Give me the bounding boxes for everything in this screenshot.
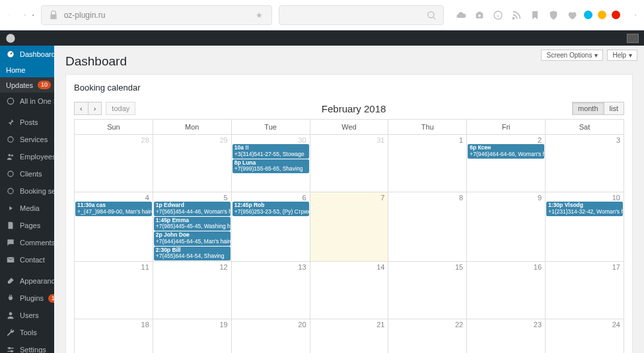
calendar-cell[interactable]: 29 bbox=[153, 135, 231, 192]
calendar-cell[interactable]: 101:30p Vlsodg+1(231)314-32-42, Woman's … bbox=[546, 192, 624, 262]
hamburger-icon[interactable] bbox=[635, 9, 636, 21]
sidebar-item-clients[interactable]: Clients bbox=[0, 165, 54, 182]
cloud-icon[interactable] bbox=[456, 10, 466, 20]
calendar-cell[interactable]: 22 bbox=[388, 319, 467, 353]
home-button[interactable] bbox=[32, 9, 34, 21]
calendar-cell[interactable]: 24 bbox=[546, 319, 624, 353]
sidebar-item-comments[interactable]: Comments bbox=[0, 234, 54, 251]
shield-icon[interactable] bbox=[548, 10, 559, 20]
next-button[interactable]: › bbox=[89, 102, 102, 115]
calendar-cell[interactable]: 51p Edward+7(565)454-44-46, Woman's hair… bbox=[153, 192, 231, 262]
calendar-event[interactable]: 12:45p Rob+7(956)253-23-53, (Ру) Стрижка bbox=[233, 202, 309, 216]
calendar-cell[interactable]: 15 bbox=[388, 262, 467, 319]
sidebar-item-appearance[interactable]: Appearance bbox=[0, 272, 54, 290]
today-button[interactable]: today bbox=[106, 102, 135, 115]
event-time-title: 8p Luna bbox=[234, 159, 256, 166]
camera-icon[interactable] bbox=[474, 10, 485, 20]
svg-point-3 bbox=[513, 17, 514, 19]
event-detail: +_(47_)984-89-00, Man's haircut bbox=[77, 209, 150, 216]
circle-o-icon bbox=[6, 169, 15, 178]
calendar-cell[interactable]: 31 bbox=[310, 135, 388, 192]
svg-point-4 bbox=[6, 34, 15, 42]
sidebar-item-label: Comments bbox=[20, 239, 55, 247]
sidebar-item-seo[interactable]: All in One SEO bbox=[0, 93, 54, 110]
event-time-title: 10a !! bbox=[234, 144, 249, 151]
sidebar-item-updates[interactable]: Updates10 bbox=[0, 77, 54, 93]
calendar-cell[interactable]: 1 bbox=[388, 135, 467, 192]
calendar-event[interactable]: 1:30p Vlsodg+1(231)314-32-42, Woman's ha… bbox=[546, 202, 623, 216]
calendar-cell[interactable]: 26p Ксен+7(946)464-64-66, Woman's haircu… bbox=[467, 135, 546, 192]
svg-point-13 bbox=[9, 348, 10, 349]
info-icon[interactable] bbox=[493, 10, 503, 20]
star-icon[interactable]: ★ bbox=[254, 10, 265, 20]
calendar-event[interactable]: 1p Edward+7(565)454-44-46, Woman's hairc… bbox=[154, 202, 231, 216]
sidebar-item-booking-settings[interactable]: Booking settings bbox=[0, 182, 54, 200]
forward-button[interactable] bbox=[16, 9, 17, 21]
calendar-event[interactable]: 2:30p Bill+7(455)644-54-54, Shaving bbox=[154, 247, 231, 261]
screen-options-button[interactable]: Screen Options ▾ bbox=[541, 50, 603, 61]
view-month-button[interactable]: month bbox=[572, 102, 604, 115]
day-number: 23 bbox=[534, 321, 542, 329]
url-bar[interactable]: oz-plugin.ru ★ bbox=[41, 5, 272, 25]
calendar-cell[interactable]: 13 bbox=[231, 262, 310, 319]
reload-button[interactable] bbox=[24, 9, 26, 21]
sidebar-item-tools[interactable]: Tools bbox=[0, 324, 54, 341]
sidebar-item-label: Appearance bbox=[20, 277, 59, 285]
sidebar-item-services[interactable]: Services bbox=[0, 131, 54, 148]
day-header: Thu bbox=[388, 120, 467, 135]
calendar-cell[interactable]: 3 bbox=[546, 135, 624, 192]
dot-yellow bbox=[598, 11, 606, 19]
event-detail: +7(999)155-65-65, Shaving bbox=[234, 166, 307, 173]
rss-icon[interactable] bbox=[511, 10, 522, 20]
calendar-cell[interactable]: 28 bbox=[75, 135, 153, 192]
help-button[interactable]: Help ▾ bbox=[607, 50, 637, 61]
calendar-cell[interactable]: 14 bbox=[310, 262, 388, 319]
calendar-event[interactable]: 1:45p Emma+7(985)445-45-45, Washing head bbox=[154, 217, 231, 231]
calendar-event[interactable]: 6p Ксен+7(946)464-64-66, Woman's haircut bbox=[468, 144, 544, 159]
calendar-cell[interactable]: 12 bbox=[153, 262, 231, 319]
bookmark-icon[interactable] bbox=[530, 10, 540, 20]
calendar-cell[interactable]: 7 bbox=[310, 192, 388, 262]
calendar-cell[interactable]: 11 bbox=[75, 262, 153, 319]
calendar-event[interactable]: 10a !!+3(314)541-27-55, Stowage bbox=[233, 144, 309, 159]
calendar-cell[interactable]: 612:45p Rob+7(956)253-23-53, (Ру) Стрижк… bbox=[231, 192, 310, 262]
sidebar-item-contact[interactable]: Contact bbox=[0, 251, 54, 268]
calendar-cell[interactable]: 16 bbox=[467, 262, 546, 319]
sidebar-item-posts[interactable]: Posts bbox=[0, 114, 54, 131]
day-number: 18 bbox=[141, 321, 149, 329]
calendar-cell[interactable]: 17 bbox=[546, 262, 624, 319]
calendar-cell[interactable]: 23 bbox=[467, 319, 546, 353]
calendar-cell[interactable]: 18 bbox=[75, 319, 153, 353]
sidebar-item-dashboard[interactable]: Dashboard bbox=[0, 46, 54, 63]
sidebar-item-settings[interactable]: Settings bbox=[0, 341, 54, 353]
admin-bar bbox=[0, 30, 644, 46]
event-time-title: 1:45p Emma bbox=[156, 217, 189, 223]
back-button[interactable] bbox=[8, 9, 9, 21]
calendar-cell[interactable]: 411:30a cas+_(47_)984-89-00, Man's hairc… bbox=[75, 192, 153, 262]
calendar-event[interactable]: 8p Luna+7(999)155-65-65, Shaving bbox=[233, 159, 309, 174]
calendar-toolbar: ‹ › today February 2018 month list bbox=[74, 102, 624, 115]
prev-button[interactable]: ‹ bbox=[74, 102, 89, 115]
day-number: 12 bbox=[219, 263, 227, 271]
sidebar-item-users[interactable]: Users bbox=[0, 307, 54, 324]
sidebar-item-employees[interactable]: Employees bbox=[0, 148, 54, 165]
view-list-button[interactable]: list bbox=[604, 102, 624, 115]
day-number: 15 bbox=[455, 263, 463, 271]
sidebar-item-pages[interactable]: Pages bbox=[0, 217, 54, 234]
calendar-cell[interactable]: 8 bbox=[388, 192, 467, 262]
search-bar[interactable] bbox=[279, 5, 444, 25]
calendar-cell[interactable]: 21 bbox=[310, 319, 388, 353]
calendar-cell[interactable]: 9 bbox=[467, 192, 546, 262]
sidebar-item-home[interactable]: Home bbox=[0, 63, 54, 77]
sidebar-item-plugins[interactable]: Plugins10 bbox=[0, 290, 54, 307]
day-number: 16 bbox=[534, 263, 542, 271]
wordpress-icon[interactable] bbox=[5, 33, 16, 44]
heart-icon[interactable] bbox=[567, 10, 577, 20]
calendar-cell[interactable]: 20 bbox=[231, 319, 310, 353]
calendar-cell[interactable]: 19 bbox=[153, 319, 231, 353]
calendar-event[interactable]: 2p John Doe+7(644)445-64-45, Man's hairc… bbox=[154, 231, 231, 246]
sidebar-item-media[interactable]: Media bbox=[0, 200, 54, 217]
calendar-cell[interactable]: 3010a !!+3(314)541-27-55, Stowage8p Luna… bbox=[231, 135, 310, 192]
admin-bar-toggle[interactable] bbox=[627, 34, 639, 43]
calendar-event[interactable]: 11:30a cas+_(47_)984-89-00, Man's haircu… bbox=[75, 202, 152, 216]
